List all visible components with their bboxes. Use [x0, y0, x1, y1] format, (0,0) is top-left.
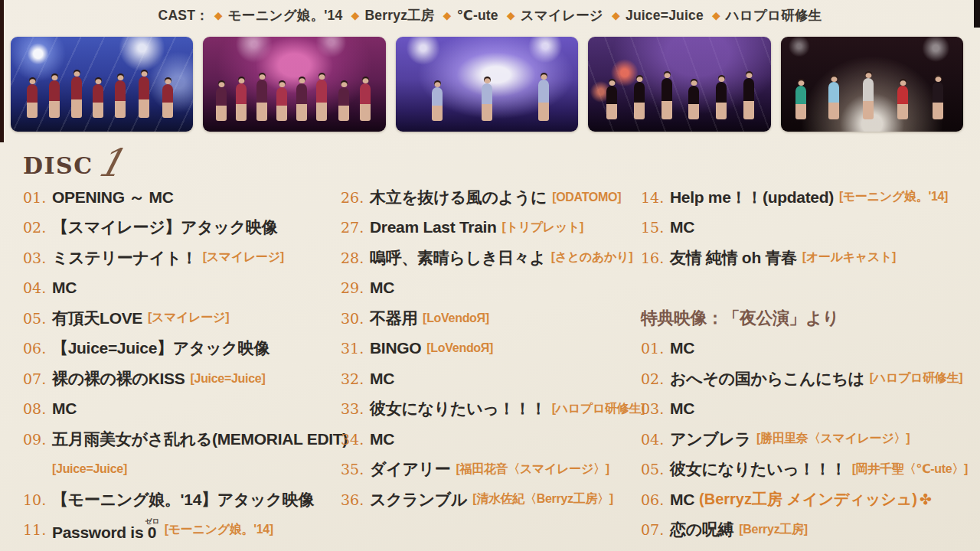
track-title: ミステリーナイト！ — [52, 247, 198, 269]
track-number: 02. — [641, 370, 670, 387]
track-title: BINGO — [370, 339, 421, 357]
track-row: 33.彼女になりたいっ！！！[ハロプロ研修生] — [341, 394, 643, 425]
track-credit: [ハロプロ研修生] — [870, 370, 962, 386]
dvd-booklet-setlist-page: { "colors": { "background_cream": "#efea… — [0, 0, 980, 551]
track-number: 29. — [341, 279, 370, 296]
diamond-icon: ◆ — [712, 9, 720, 21]
track-number: 01. — [641, 340, 670, 357]
cast-group-name: ℃-ute — [456, 8, 498, 23]
performer-silhouette — [27, 84, 38, 118]
track-row: 30.不器用[LoVendoЯ] — [341, 303, 643, 334]
track-number: 27. — [341, 219, 370, 236]
track-number: 03. — [23, 249, 52, 266]
track-title: 彼女になりたいっ！！！ — [370, 398, 547, 419]
concert-photo-2 — [203, 37, 385, 132]
track-title: MC — [52, 279, 77, 297]
track-row: 34.MC — [341, 424, 643, 455]
track-title: 不器用 — [370, 308, 417, 329]
track-title: MC — [52, 399, 77, 418]
track-number: 15. — [641, 219, 670, 236]
track-row: 01.OPENING ～ MC — [23, 182, 345, 213]
track-credit: [ODATOMO] — [552, 191, 621, 204]
track-row: 05.有頂天LOVE[スマイレージ] — [23, 303, 345, 334]
track-credit: [トリプレット] — [502, 220, 584, 236]
track-credit: [オールキャスト] — [802, 249, 896, 266]
performer-silhouette — [71, 77, 82, 118]
performer-silhouette — [296, 83, 307, 121]
track-number: 02. — [23, 219, 52, 236]
clover-icon: ✤ — [920, 491, 932, 508]
track-title: 【モーニング娘。'14】アタック映像 — [52, 489, 314, 510]
track-row: 32.MC — [341, 364, 643, 394]
track-row: 16.友情 純情 oh 青春[オールキャスト] — [641, 243, 980, 273]
track-title: 【スマイレージ】アタック映像 — [52, 217, 277, 238]
track-credit: [清水佐紀〈Berryz工房〉] — [472, 491, 613, 507]
track-title: MC — [670, 399, 694, 418]
track-row: 27.Dream Last Train[トリプレット] — [341, 213, 643, 243]
performer-silhouette — [236, 83, 247, 121]
track-title: 彼女になりたいっ！！！ — [670, 458, 847, 480]
track-credit: [LoVendoЯ] — [423, 311, 489, 325]
diamond-icon: ◆ — [351, 9, 359, 21]
track-row: 06.MC(Berryz工房 メインディッシュ)✤ — [641, 484, 980, 515]
track-title: MC — [670, 218, 694, 236]
track-title: 有頂天LOVE — [52, 308, 142, 329]
performer-silhouette — [662, 78, 672, 119]
diamond-icon: ◆ — [507, 9, 515, 21]
cast-group-name: Juice=Juice — [626, 8, 704, 23]
track-credit: [岡井千聖〈℃-ute〉] — [852, 461, 968, 478]
cast-group-name: ハロプロ研修生 — [726, 8, 822, 23]
track-credit: [モーニング娘。'14] — [839, 189, 948, 205]
track-title: ダイアリー — [370, 458, 450, 480]
performer-silhouette — [432, 87, 443, 121]
photo-strip — [11, 37, 963, 132]
track-row: 05.彼女になりたいっ！！！[岡井千聖〈℃-ute〉] — [641, 455, 980, 485]
performer-silhouette — [256, 80, 267, 121]
track-credit: [Berryz工房] — [739, 522, 807, 538]
performer-silhouette — [115, 80, 126, 118]
ruby-annotated-zero: 0ゼロ — [148, 523, 159, 541]
performer-silhouette — [828, 82, 839, 119]
track-title: おへその国からこんにちは — [670, 368, 864, 390]
track-number: 31. — [341, 340, 370, 357]
track-title: Help me！！(updated) — [670, 187, 834, 208]
performer-silhouette — [162, 84, 173, 118]
track-row: 29.MC — [341, 273, 643, 304]
performer-silhouette — [360, 83, 371, 121]
track-number: 03. — [641, 400, 670, 417]
track-number: 06. — [23, 340, 52, 357]
performer-silhouette — [863, 78, 874, 119]
track-credit: [LoVendoЯ] — [426, 341, 493, 355]
track-number: 04. — [23, 279, 52, 296]
track-title: 恋の呪縛 — [670, 519, 733, 540]
cast-label: CAST： — [158, 8, 209, 23]
track-row: 03.ミステリーナイト！[スマイレージ] — [23, 243, 345, 273]
track-credit: [さとのあかり] — [551, 249, 633, 266]
performer-silhouette — [933, 82, 943, 119]
track-number: 30. — [341, 310, 370, 327]
track-number: 34. — [341, 431, 370, 448]
track-number: 28. — [341, 249, 370, 266]
performer-silhouette — [276, 87, 287, 121]
track-row: 01.MC — [641, 334, 980, 364]
performer-silhouette — [716, 82, 727, 119]
track-title: アンブレラ — [670, 429, 751, 450]
track-credit: [勝田里奈〈スマイレージ〉] — [756, 431, 910, 447]
track-credit: [ハロプロ研修生] — [552, 401, 645, 417]
cast-line: CAST：◆モーニング娘。'14◆Berryz工房◆℃-ute◆スマイレージ◆J… — [0, 6, 980, 24]
track-title: スクランブル — [370, 489, 467, 510]
spacer — [641, 273, 980, 304]
track-number: 26. — [341, 189, 370, 206]
track-row: 09.五月雨美女がさ乱れる(MEMORIAL EDIT) — [23, 424, 345, 455]
track-row: 03.MC — [641, 394, 980, 425]
cast-groups: ◆モーニング娘。'14◆Berryz工房◆℃-ute◆スマイレージ◆Juice=… — [206, 8, 822, 23]
track-number: 16. — [641, 249, 670, 266]
track-number: 06. — [641, 491, 670, 508]
track-number: 05. — [23, 310, 52, 327]
performer-silhouette — [897, 86, 908, 119]
concert-photo-4 — [588, 37, 770, 132]
track-number: 07. — [641, 521, 670, 538]
track-credit: [Juice=Juice] — [52, 462, 127, 476]
track-row: 11.Password is 0ゼロ[モーニング娘。'14] — [23, 515, 345, 546]
performer-silhouette — [688, 86, 699, 119]
